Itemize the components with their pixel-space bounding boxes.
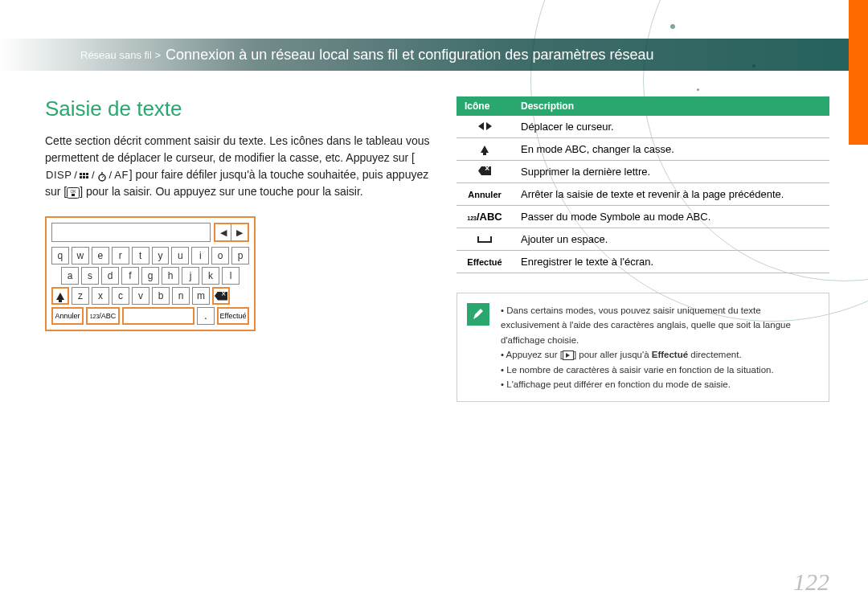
keyboard-letter-key[interactable]: b [152,287,170,305]
keyboard-mode-button[interactable]: 123/ABC [86,307,120,325]
table-cell-desc: Enregistrer le texte à l'écran. [513,251,829,273]
table-cell-desc: Ajouter un espace. [513,228,829,251]
af-key-label: AF [113,167,129,183]
backspace-icon [457,161,513,183]
cursor-right-icon[interactable]: ▶ [231,224,248,240]
table-row: Déplacer le curseur. [457,116,829,138]
svg-rect-4 [83,176,85,178]
note-item: Le nombre de caractères à saisir varie e… [501,363,817,377]
intro-paragraph: Cette section décrit comment saisir du t… [45,133,431,200]
keyboard-letter-key[interactable]: q [51,247,69,264]
svg-rect-1 [83,173,85,175]
keyboard-letter-key[interactable]: r [112,247,129,264]
keyboard-letter-key[interactable]: n [172,287,190,305]
keyboard-letter-key[interactable]: m [192,287,210,305]
intro-text: ] pour la saisir. Ou appuyez sur une tou… [80,185,363,198]
keyboard-letter-key[interactable]: x [92,287,109,305]
grid-nav-icon [79,170,90,180]
svg-line-8 [102,176,104,178]
svg-rect-0 [80,173,82,175]
svg-text:OK: OK [71,189,77,194]
shift-key[interactable] [51,287,69,305]
keyboard-letter-key[interactable]: z [72,287,89,305]
keyboard-letter-key[interactable]: v [132,287,149,305]
page-header: Réseau sans fil > Connexion à un réseau … [0,39,849,71]
keyboard-letter-key[interactable]: u [171,247,189,264]
table-header-description: Description [513,96,829,116]
keyboard-letter-key[interactable]: e [92,247,109,264]
shift-up-icon [56,293,64,300]
keyboard-letter-key[interactable]: t [132,247,149,264]
nav-key-group: DISP///AF [45,167,129,183]
mode-prefix: 123 [90,314,100,319]
cursor-move-keys[interactable]: ◀ ▶ [214,223,249,242]
keyboard-letter-key[interactable]: j [182,267,199,285]
keyboard-letter-key[interactable]: l [222,267,240,285]
breadcrumb: Réseau sans fil > [80,49,161,61]
svg-rect-5 [86,176,88,178]
mode-abc-icon: 123/ABC [457,206,513,228]
keyboard-letter-key[interactable]: f [121,267,139,285]
space-icon [457,228,513,251]
keyboard-letter-key[interactable]: p [231,247,249,264]
note-pen-icon [467,303,489,326]
note-box: Dans certains modes, vous pouvez saisir … [457,293,829,402]
table-row: Annuler Arrêter la saisie de texte et re… [457,183,829,206]
section-heading: Saisie de texte [45,96,431,121]
disp-key-label: DISP [45,167,72,183]
svg-rect-2 [86,173,88,175]
keyboard-letter-key[interactable]: s [81,267,99,285]
section-tab-marker [849,0,868,145]
bg-dot [670,24,675,29]
keyboard-period-key[interactable]: . [197,307,215,325]
table-row: En mode ABC, changer la casse. [457,138,829,161]
keyboard-letter-key[interactable]: y [152,247,170,264]
table-cell-desc: Passer du mode Symbole au mode ABC. [513,206,829,228]
note-text: directement. [688,350,741,359]
note-item: L'affichage peut différer en fonction du… [501,377,817,392]
note-bold: Effectué [652,350,688,359]
table-row: Ajouter un espace. [457,228,829,251]
table-row: Supprimer la dernière lettre. [457,161,829,183]
svg-rect-11 [72,194,75,196]
table-cell-desc: Déplacer le curseur. [513,116,829,138]
keyboard-cancel-button[interactable]: Annuler [51,307,84,325]
keyboard-letter-key[interactable]: a [61,267,79,285]
table-cell-desc: Arrêter la saisie de texte et revenir à … [513,183,829,206]
keyboard-letter-key[interactable]: w [72,247,89,264]
note-item: Dans certains modes, vous pouvez saisir … [501,303,817,347]
keyboard-space-key[interactable] [122,307,194,325]
keyboard-done-button[interactable]: Effectué [217,307,249,325]
table-row: Effectué Enregistrer le texte à l'écran. [457,251,829,273]
cursor-arrows-icon [457,116,513,138]
backspace-key[interactable] [212,287,230,305]
intro-text: Cette section décrit comment saisir du t… [45,134,430,164]
done-label: Effectué [457,251,513,273]
keyboard-letter-key[interactable]: d [101,267,119,285]
mode-label: /ABC [99,312,116,320]
backspace-icon [215,292,227,301]
table-header-icon: Icône [457,96,513,116]
cursor-left-icon[interactable]: ◀ [215,224,231,240]
playback-button-icon [563,351,574,360]
note-text: Appuyez sur [ [506,350,563,359]
bg-dot [697,88,699,91]
note-text: ] pour aller jusqu'à [574,350,652,359]
keyboard-letter-key[interactable]: k [202,267,219,285]
timer-icon [96,170,108,180]
cancel-label: Annuler [457,183,513,206]
keyboard-letter-key[interactable]: c [112,287,129,305]
keyboard-letter-key[interactable]: g [141,267,159,285]
keyboard-letter-key[interactable]: i [191,247,209,264]
onscreen-keyboard: ◀ ▶ qwertyuiop asdfghjkl zxcvbnm Annuler… [45,216,256,331]
icon-description-table: Icône Description Déplacer le curseur. E… [457,96,829,273]
keyboard-letter-key[interactable]: o [211,247,229,264]
ok-button-icon: OK [67,187,80,198]
table-cell-desc: En mode ABC, changer la casse. [513,138,829,161]
page-title: Connexion à un réseau local sans fil et … [166,47,653,64]
keyboard-text-field[interactable] [51,223,211,242]
shift-up-icon [457,138,513,161]
keyboard-letter-key[interactable]: h [162,267,179,285]
table-cell-desc: Supprimer la dernière lettre. [513,161,829,183]
note-item: Appuyez sur [] pour aller jusqu'à Effect… [501,347,817,362]
